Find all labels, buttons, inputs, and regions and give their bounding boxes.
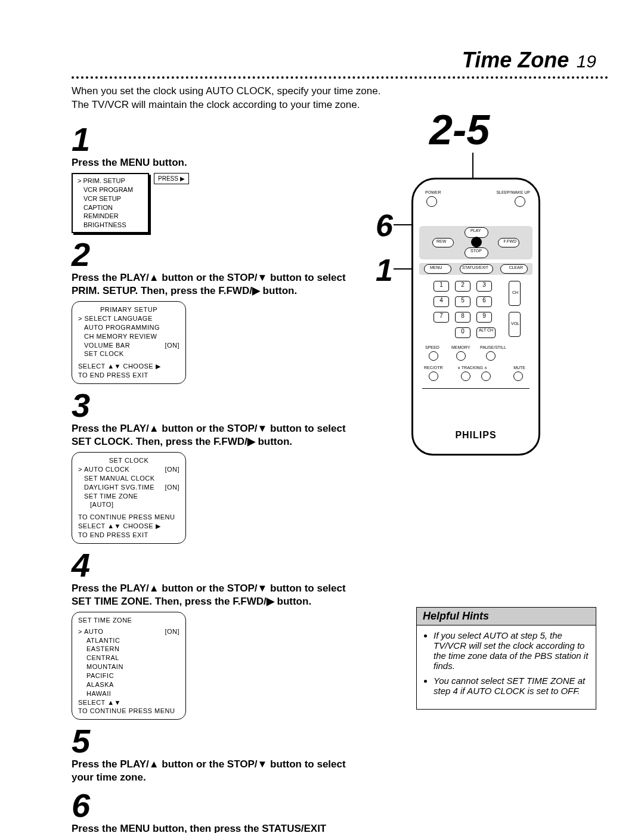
remote-diagram: POWER SLEEP/WAKE UP PLAY REW F.FWD STOP … bbox=[411, 178, 540, 456]
step-text: Press the PLAY/▲ button or the STOP/▼ bu… bbox=[72, 271, 358, 298]
osd-main-menu: > PRIM. SETUP VCR PROGRAM VCR SETUP CAPT… bbox=[72, 173, 358, 233]
digit-button[interactable]: 7 bbox=[434, 312, 449, 323]
digit-button[interactable]: 9 bbox=[476, 312, 492, 323]
divider-dots bbox=[72, 76, 608, 79]
power-label: POWER bbox=[425, 190, 441, 194]
digit-button[interactable]: 8 bbox=[455, 312, 470, 323]
page-number: 19 bbox=[577, 51, 596, 71]
step-text: Press the MENU button. bbox=[72, 156, 358, 169]
remote-divider bbox=[422, 388, 530, 389]
step-number: 3 bbox=[72, 389, 358, 422]
digit-button[interactable]: 3 bbox=[476, 281, 492, 292]
hints-title: Helpful Hints bbox=[417, 608, 596, 625]
hints-body: If you select AUTO at step 5, the TV/VCR… bbox=[417, 625, 596, 709]
digit-button[interactable]: 1 bbox=[434, 281, 449, 292]
mute-button[interactable] bbox=[513, 371, 523, 381]
memory-button[interactable] bbox=[456, 351, 466, 361]
brand-label: PHILIPS bbox=[413, 430, 538, 441]
intro-text: When you set the clock using AUTO CLOCK,… bbox=[72, 85, 608, 112]
helpful-hints-box: Helpful Hints If you select AUTO at step… bbox=[416, 607, 596, 710]
callout-label: 2-5 bbox=[429, 106, 490, 154]
step-number: 5 bbox=[72, 724, 358, 758]
digit-button[interactable]: 6 bbox=[476, 296, 492, 307]
step-text: Press the PLAY/▲ button or the STOP/▼ bu… bbox=[72, 758, 358, 784]
step-text: Press the MENU button, then press the ST… bbox=[72, 822, 358, 833]
pause-button[interactable] bbox=[486, 351, 496, 361]
osd-primary-setup: PRIMARY SETUP > SELECT LANGUAGE AUTO PRO… bbox=[72, 301, 186, 384]
hint-item: If you select AUTO at step 5, the TV/VCR… bbox=[434, 630, 589, 671]
osd-set-time-zone: SET TIME ZONE > AUTO[ON] ATLANTIC EASTER… bbox=[72, 612, 186, 720]
step-number: 6 bbox=[72, 789, 358, 822]
step-number: 1 bbox=[72, 123, 358, 156]
sleep-button[interactable] bbox=[515, 196, 525, 207]
content-row: 1 Press the MENU button. > PRIM. SETUP V… bbox=[72, 118, 608, 833]
step-number: 4 bbox=[72, 549, 358, 582]
manual-page: Time Zone 19 When you set the clock usin… bbox=[0, 0, 644, 833]
step-number: 2 bbox=[72, 238, 358, 271]
sleep-label: SLEEP/WAKE UP bbox=[496, 190, 530, 194]
tracking-down-button[interactable] bbox=[461, 371, 470, 381]
digit-button[interactable]: 5 bbox=[455, 296, 470, 307]
page-title: Time Zone bbox=[462, 48, 569, 72]
speed-button[interactable] bbox=[429, 351, 438, 361]
step-text: Press the PLAY/▲ button or the STOP/▼ bu… bbox=[72, 422, 358, 448]
step-text: Press the PLAY/▲ button or the STOP/▼ bu… bbox=[72, 582, 358, 608]
hint-item: You cannot select SET TIME ZONE at step … bbox=[434, 676, 589, 696]
rec-button[interactable] bbox=[429, 371, 438, 381]
center-icon bbox=[471, 237, 482, 247]
altch-button[interactable]: ALT CH bbox=[476, 327, 496, 338]
steps-column: 1 Press the MENU button. > PRIM. SETUP V… bbox=[72, 118, 358, 833]
osd-set-clock: SET CLOCK > AUTO CLOCK[ON] SET MANUAL CL… bbox=[72, 452, 186, 544]
title-row: Time Zone 19 bbox=[72, 48, 608, 73]
tracking-up-button[interactable] bbox=[481, 371, 491, 381]
press-indicator: PRESS ▶ bbox=[154, 173, 189, 184]
digit-button[interactable]: 0 bbox=[455, 327, 470, 338]
digit-button[interactable]: 2 bbox=[455, 281, 470, 292]
digit-button[interactable]: 4 bbox=[434, 296, 449, 307]
callout-label: 6 bbox=[376, 208, 393, 243]
power-button[interactable] bbox=[426, 196, 437, 207]
callout-label: 1 bbox=[376, 252, 393, 288]
